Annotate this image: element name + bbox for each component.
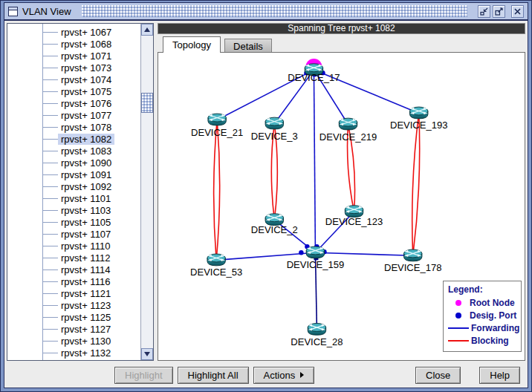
tab-bar: Topology Details [158,36,525,52]
device-label: DEVICE_53 [190,267,242,278]
scroll-down-button[interactable] [141,348,153,360]
router-icon[interactable] [339,118,357,130]
help-button[interactable]: Help [479,367,520,384]
legend-swatch-desig-port [455,313,461,318]
footer-toolbar: HighlightHighlight AllActions CloseHelp [4,362,528,388]
tree-item[interactable]: rpvst+ 1073 [7,62,140,74]
button-label: Highlight [125,370,163,381]
tree-connector [42,329,58,330]
tree-item[interactable]: rpvst+ 1107 [7,228,140,240]
tree-item[interactable]: rpvst+ 1091 [7,169,140,180]
tree-item[interactable]: rpvst+ 1068 [7,38,140,50]
tree-connector [42,163,58,163]
tree-item[interactable]: rpvst+ 1103 [7,204,140,216]
tree-item-label: rpvst+ 1101 [58,193,114,204]
tree-item-label: rpvst+ 1114 [58,264,113,275]
device-label: DEVICE_17 [288,72,340,83]
device-label: DEVICE_21 [191,127,243,138]
close-window-button[interactable] [511,5,524,18]
close-button[interactable]: Close [415,367,461,384]
tree-item[interactable]: rpvst+ 1074 [7,74,140,85]
window-icon [8,7,18,16]
tree-connector [42,79,58,80]
tree-item[interactable]: rpvst+ 1067 [7,26,140,38]
button-label: Actions [264,370,296,381]
tree-connector [42,341,58,342]
tree-item[interactable]: rpvst+ 1092 [7,180,140,192]
legend-item: Forwarding [448,321,516,334]
tree-item-label: rpvst+ 1074 [58,74,114,85]
tree-item[interactable]: rpvst+ 1112 [7,252,140,264]
scroll-up-button[interactable] [141,24,153,36]
forwarding-edge [314,70,315,252]
scrollbar-thumb[interactable] [141,93,153,113]
highlight-button[interactable]: Highlight [114,367,173,384]
tree-item[interactable]: rpvst+ 1082 [7,133,140,145]
arrow-down-icon [144,352,150,356]
tree-item-label: rpvst+ 1123 [58,300,114,311]
tree-item[interactable]: rpvst+ 1110 [7,240,140,252]
tree-item[interactable]: rpvst+ 1078 [7,121,140,133]
device-label: DEVICE_193 [390,120,447,131]
tree-item[interactable]: rpvst+ 1132 [7,347,140,359]
tree-item-label: rpvst+ 1112 [58,252,113,264]
highlight-all-button[interactable]: Highlight All [178,367,249,384]
tree-item[interactable]: rpvst+ 1075 [7,85,140,97]
tree-item[interactable]: rpvst+ 1090 [7,157,140,169]
router-icon[interactable] [306,246,324,258]
legend-swatch-forwarding [448,327,469,329]
vlan-tree-panel: rpvst+ 1067rpvst+ 1068rpvst+ 1071rpvst+ … [7,23,154,361]
router-icon[interactable] [308,323,325,335]
router-icon[interactable] [403,249,421,261]
iconify-button[interactable] [478,5,490,18]
tree-item-label: rpvst+ 1130 [58,336,114,347]
window-body: rpvst+ 1067rpvst+ 1068rpvst+ 1071rpvst+ … [4,21,528,362]
legend-box: Legend: Root NodeDesig. PortForwardingBl… [443,281,522,352]
router-icon[interactable] [207,254,225,266]
actions-button[interactable]: Actions [253,367,315,384]
router-icon[interactable] [208,114,226,125]
tree-connector [42,127,58,128]
router-icon[interactable] [409,107,427,119]
tree-item-label: rpvst+ 1103 [58,205,114,216]
tree-item[interactable]: rpvst+ 1071 [7,50,140,62]
legend-swatch-blocking [448,340,469,342]
tree-item-label: rpvst+ 1068 [58,39,114,50]
window-controls [478,5,524,18]
tree-item-label: rpvst+ 1105 [58,217,114,228]
legend-label: Forwarding [471,323,519,333]
vlan-view-window: VLAN View [0,0,532,392]
tree-item[interactable]: rpvst+ 1127 [7,323,140,335]
spanning-tree-panel: Spanning Tree rpvst+ 1082 Topology Detai… [158,23,525,361]
tree-item[interactable]: rpvst+ 1077 [7,109,140,121]
tree-item[interactable]: rpvst+ 1076 [7,97,140,109]
tree-item[interactable]: rpvst+ 1125 [7,311,140,323]
tree-item[interactable]: rpvst+ 1123 [7,299,140,311]
tree-item-label: rpvst+ 1067 [58,27,114,38]
tree-scrollbar[interactable] [140,24,153,360]
tree-connector [42,56,58,56]
tree-item[interactable]: rpvst+ 1121 [7,287,140,299]
tree-item[interactable]: rpvst+ 1116 [7,275,140,287]
tree-connector [42,317,58,318]
tree-item-label: rpvst+ 1110 [58,241,113,252]
device-label: DEVICE_28 [291,336,343,347]
window-titlebar[interactable]: VLAN View [4,3,528,21]
maximize-button[interactable] [493,5,505,18]
tab-topology[interactable]: Topology [163,36,221,53]
device-label: DEVICE_123 [325,216,383,227]
legend-title: Legend: [448,284,516,295]
arrow-up-icon [144,27,150,32]
tree-item[interactable]: rpvst+ 1130 [7,335,140,347]
tab-details[interactable]: Details [224,39,272,52]
tree-item[interactable]: rpvst+ 1083 [7,145,140,157]
router-icon[interactable] [265,117,283,129]
tree-item-label: rpvst+ 1090 [58,157,114,169]
tree-item[interactable]: rpvst+ 1105 [7,216,140,228]
tree-item[interactable]: rpvst+ 1101 [7,192,140,204]
tree-item[interactable]: rpvst+ 1114 [7,264,140,275]
tree-item-label: rpvst+ 1116 [58,276,113,287]
tree-item-label: rpvst+ 1091 [58,169,114,180]
topology-canvas: DEVICE_17DEVICE_21DEVICE_3DEVICE_219DEVI… [158,52,525,361]
iconify-icon [480,7,488,16]
